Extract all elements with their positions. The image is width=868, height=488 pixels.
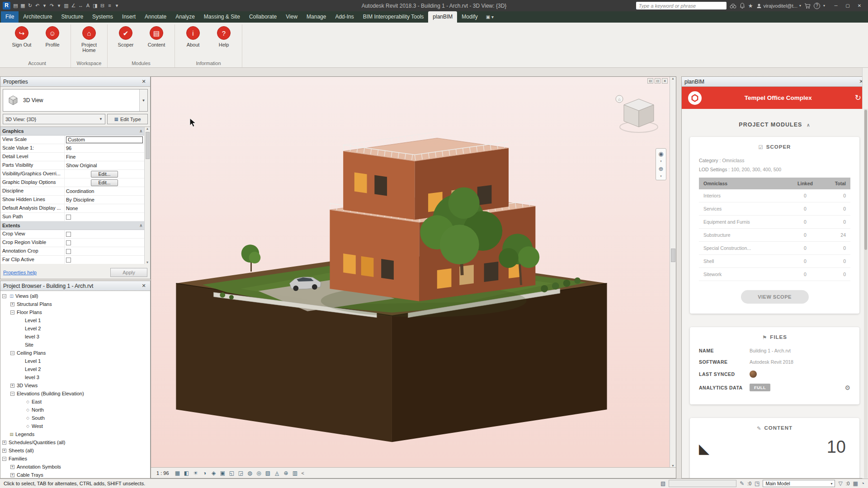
navbar-caret-icon[interactable]: ▾ <box>660 174 662 178</box>
view-restore-icon[interactable]: ⊟ <box>647 78 653 84</box>
ribbon-tab[interactable]: Insert <box>118 11 140 23</box>
project-home-button[interactable]: ⌂Project Home <box>75 26 103 59</box>
tree-item[interactable]: Level 2 <box>0 365 144 373</box>
render-icon[interactable]: ◈ <box>210 469 218 477</box>
worksharing-icon[interactable]: ▥ <box>291 469 299 477</box>
ribbon-tab[interactable]: Systems <box>88 11 118 23</box>
text-icon[interactable]: A <box>85 0 91 11</box>
crop-view-icon[interactable]: ▣ <box>219 469 227 477</box>
analytics-full-badge[interactable]: FULL <box>750 384 770 391</box>
planbim-scrollbar[interactable] <box>864 109 868 478</box>
view-scope-button[interactable]: VIEW SCOPE <box>741 290 809 304</box>
tree-item[interactable]: Views (all) <box>0 292 144 300</box>
temporary-view-icon[interactable]: ▧ <box>264 469 272 477</box>
ribbon-tab[interactable]: Add-Ins <box>330 11 358 23</box>
tree-expander-icon[interactable] <box>10 384 14 388</box>
default-3d-view-icon[interactable]: ◨ <box>92 0 99 11</box>
redo-history-icon[interactable]: ▾ <box>56 0 62 11</box>
content-button[interactable]: ▤Content <box>143 26 170 59</box>
tree-item[interactable]: West <box>0 422 144 430</box>
analytics-settings-gear-icon[interactable]: ⚙ <box>844 384 850 391</box>
tree-item[interactable]: Level 1 <box>0 316 144 324</box>
steering-wheel-icon[interactable]: ◉ <box>658 150 663 157</box>
ribbon-tab[interactable]: Annotate <box>140 11 171 23</box>
property-value[interactable] <box>65 239 144 247</box>
constraints-icon[interactable]: ⊕ <box>282 469 290 477</box>
tree-item[interactable]: 3D Views <box>0 381 144 389</box>
sign-out-button[interactable]: ↪Sign Out <box>8 26 35 59</box>
hide-isolate-icon[interactable]: ◍ <box>246 469 254 477</box>
tree-expander-icon[interactable] <box>10 465 14 469</box>
scroll-down-icon[interactable]: ▼ <box>146 261 149 264</box>
tree-expander-icon[interactable] <box>2 294 6 298</box>
reveal-hidden-icon[interactable]: ◎ <box>255 469 263 477</box>
tree-item[interactable]: Annotation Symbols <box>0 463 144 471</box>
property-value[interactable]: 96 <box>65 144 144 152</box>
tree-item[interactable]: Level 1 <box>0 357 144 365</box>
tree-expander-icon[interactable] <box>10 310 14 314</box>
tree-item[interactable]: Ceiling Plans <box>0 349 144 357</box>
view-selector-combo[interactable]: 3D View: {3D} ▼ <box>3 114 105 124</box>
worksets-icon[interactable]: ▧ <box>660 480 665 487</box>
tree-item[interactable]: level 3 <box>0 333 144 341</box>
tree-expander-icon[interactable] <box>10 302 14 306</box>
viewbar-collapse-icon[interactable]: < <box>302 470 304 476</box>
editing-requests-icon[interactable]: ✎ <box>740 480 744 487</box>
property-value[interactable] <box>65 247 144 255</box>
ribbon-tab[interactable]: Manage <box>302 11 330 23</box>
extents-section-header[interactable]: Extents ∧ <box>0 221 144 230</box>
omniclass-table-row[interactable]: Special Construction... 0 0 <box>699 242 850 255</box>
omniclass-table-row[interactable]: Interiors 0 0 <box>699 189 850 202</box>
project-modules-header[interactable]: PROJECT MODULES ∧ <box>690 122 859 128</box>
property-value[interactable]: By Discipline <box>65 196 144 204</box>
lock-view-icon[interactable]: ◲ <box>237 469 245 477</box>
property-value[interactable]: Edit... <box>65 170 144 178</box>
synced-user-avatar[interactable] <box>750 371 757 378</box>
design-options-icon[interactable]: ◳ <box>755 480 760 487</box>
scroll-down-icon[interactable]: ▼ <box>671 464 675 467</box>
ribbon-tab[interactable]: planBIM <box>428 11 457 23</box>
property-value[interactable]: Custom <box>65 136 144 144</box>
detail-level-icon[interactable]: ▦ <box>174 469 182 477</box>
visual-style-icon[interactable]: ◧ <box>183 469 191 477</box>
property-value[interactable]: None <box>65 204 144 212</box>
ribbon-tab[interactable]: Architecture <box>19 11 57 23</box>
undo-history-icon[interactable]: ▾ <box>41 0 48 11</box>
tree-item[interactable]: Cable Trays <box>0 471 144 478</box>
search-icon[interactable] <box>730 3 736 9</box>
property-value[interactable]: Edit... <box>65 178 144 187</box>
tree-item[interactable]: Elevations (Building Elevation) <box>0 389 144 398</box>
profile-button[interactable]: ☺Profile <box>39 26 66 59</box>
tree-item[interactable]: South <box>0 414 144 422</box>
background-processes-icon[interactable]: ◔ <box>861 480 864 487</box>
save-icon[interactable]: ▦ <box>19 0 26 11</box>
search-input[interactable] <box>636 2 726 9</box>
main-model-select[interactable]: Main Model ▾ <box>763 480 835 487</box>
omniclass-table-row[interactable]: Sitework 0 0 <box>699 268 850 281</box>
tree-item[interactable]: level 3 <box>0 373 144 381</box>
property-value[interactable] <box>65 230 144 238</box>
type-selector-caret-icon[interactable]: ▼ <box>139 89 147 111</box>
show-crop-icon[interactable]: ◱ <box>228 469 236 477</box>
tree-expander-icon[interactable] <box>2 441 6 445</box>
scroll-up-icon[interactable]: ▲ <box>671 77 675 80</box>
sun-path-icon[interactable]: ☀ <box>192 469 200 477</box>
property-value[interactable]: Coordination <box>65 187 144 195</box>
3d-view-canvas[interactable]: ⊟ ⊡ ✕ ⌂ ◉ ▾ ⊕ ▾ <box>151 77 676 467</box>
type-selector[interactable]: 3D View ▼ <box>3 89 148 112</box>
properties-close-button[interactable]: ✕ <box>140 79 147 84</box>
section-icon[interactable]: ⊟ <box>99 0 106 11</box>
omniclass-table-row[interactable]: Services 0 0 <box>699 202 850 216</box>
redo-icon[interactable]: ↷ <box>48 0 55 11</box>
sync-icon[interactable]: ↻ <box>27 0 33 11</box>
analytical-model-icon[interactable]: ◬ <box>273 469 281 477</box>
ribbon-tab[interactable]: Modify <box>457 11 482 23</box>
dimension-icon[interactable]: ↔ <box>77 0 84 11</box>
ribbon-tab[interactable]: Collaborate <box>245 11 281 23</box>
tree-item[interactable]: Site <box>0 341 144 349</box>
tree-expander-icon[interactable] <box>10 392 14 396</box>
property-value[interactable] <box>65 256 144 264</box>
properties-help-link[interactable]: Properties help <box>3 270 37 275</box>
tree-expander-icon[interactable] <box>2 449 6 453</box>
tree-item[interactable]: North <box>0 406 144 414</box>
